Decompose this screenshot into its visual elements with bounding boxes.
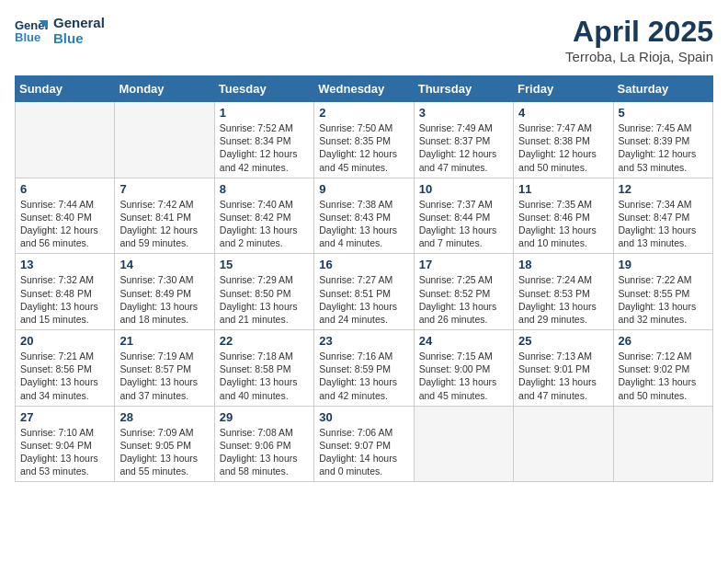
day-detail: Sunrise: 7:10 AMSunset: 9:04 PMDaylight:… xyxy=(20,426,109,478)
day-detail: Sunrise: 7:34 AMSunset: 8:47 PMDaylight:… xyxy=(619,198,708,250)
day-number: 19 xyxy=(619,258,708,271)
day-number: 11 xyxy=(518,182,608,196)
day-number: 9 xyxy=(319,182,408,196)
day-number: 13 xyxy=(20,258,109,271)
calendar-week-3: 13Sunrise: 7:32 AMSunset: 8:48 PMDayligh… xyxy=(16,254,713,330)
day-number: 28 xyxy=(119,410,209,424)
calendar-cell: 9Sunrise: 7:38 AMSunset: 8:43 PMDaylight… xyxy=(314,178,414,254)
day-detail: Sunrise: 7:25 AMSunset: 8:52 PMDaylight:… xyxy=(419,273,508,326)
day-detail: Sunrise: 7:06 AMSunset: 9:07 PMDaylight:… xyxy=(319,426,408,478)
svg-text:Blue: Blue xyxy=(15,30,40,44)
day-number: 8 xyxy=(220,182,309,196)
col-header-sunday: Sunday xyxy=(16,76,115,102)
day-detail: Sunrise: 7:12 AMSunset: 9:02 PMDaylight:… xyxy=(619,350,708,402)
calendar-cell: 14Sunrise: 7:30 AMSunset: 8:49 PMDayligh… xyxy=(115,254,214,330)
day-detail: Sunrise: 7:15 AMSunset: 9:00 PMDaylight:… xyxy=(419,350,508,402)
day-detail: Sunrise: 7:24 AMSunset: 8:53 PMDaylight:… xyxy=(518,273,608,326)
col-header-thursday: Thursday xyxy=(414,76,513,102)
calendar-cell: 3Sunrise: 7:49 AMSunset: 8:37 PMDaylight… xyxy=(414,102,513,178)
day-number: 2 xyxy=(319,106,408,120)
calendar-cell: 12Sunrise: 7:34 AMSunset: 8:47 PMDayligh… xyxy=(613,178,712,254)
day-number: 25 xyxy=(518,334,608,348)
month-title: April 2025 xyxy=(565,15,713,49)
day-detail: Sunrise: 7:52 AMSunset: 8:34 PMDaylight:… xyxy=(220,121,309,174)
day-number: 5 xyxy=(619,106,708,120)
day-number: 3 xyxy=(419,106,508,120)
calendar-cell: 27Sunrise: 7:10 AMSunset: 9:04 PMDayligh… xyxy=(16,406,115,482)
day-detail: Sunrise: 7:19 AMSunset: 8:57 PMDaylight:… xyxy=(119,350,209,402)
day-detail: Sunrise: 7:32 AMSunset: 8:48 PMDaylight:… xyxy=(20,273,109,326)
calendar-cell: 11Sunrise: 7:35 AMSunset: 8:46 PMDayligh… xyxy=(514,178,613,254)
calendar-cell: 6Sunrise: 7:44 AMSunset: 8:40 PMDaylight… xyxy=(16,178,115,254)
calendar-week-2: 6Sunrise: 7:44 AMSunset: 8:40 PMDaylight… xyxy=(16,178,713,254)
calendar-cell: 16Sunrise: 7:27 AMSunset: 8:51 PMDayligh… xyxy=(314,254,414,330)
calendar-table: SundayMondayTuesdayWednesdayThursdayFrid… xyxy=(15,75,713,482)
col-header-friday: Friday xyxy=(514,76,613,102)
calendar-cell: 19Sunrise: 7:22 AMSunset: 8:55 PMDayligh… xyxy=(613,254,712,330)
day-detail: Sunrise: 7:29 AMSunset: 8:50 PMDaylight:… xyxy=(220,273,309,326)
calendar-cell: 5Sunrise: 7:45 AMSunset: 8:39 PMDaylight… xyxy=(613,102,712,178)
day-detail: Sunrise: 7:27 AMSunset: 8:51 PMDaylight:… xyxy=(319,273,408,326)
day-number: 12 xyxy=(619,182,708,196)
day-detail: Sunrise: 7:21 AMSunset: 8:56 PMDaylight:… xyxy=(20,350,109,402)
day-number: 27 xyxy=(20,410,109,424)
day-detail: Sunrise: 7:35 AMSunset: 8:46 PMDaylight:… xyxy=(518,198,608,250)
col-header-monday: Monday xyxy=(115,76,214,102)
calendar-cell: 7Sunrise: 7:42 AMSunset: 8:41 PMDaylight… xyxy=(115,178,214,254)
day-number: 1 xyxy=(220,106,309,120)
calendar-week-1: 1Sunrise: 7:52 AMSunset: 8:34 PMDaylight… xyxy=(16,102,713,178)
day-detail: Sunrise: 7:09 AMSunset: 9:05 PMDaylight:… xyxy=(119,426,209,478)
day-number: 20 xyxy=(20,334,109,348)
day-detail: Sunrise: 7:08 AMSunset: 9:06 PMDaylight:… xyxy=(220,426,309,478)
day-detail: Sunrise: 7:45 AMSunset: 8:39 PMDaylight:… xyxy=(619,121,708,174)
calendar-cell: 4Sunrise: 7:47 AMSunset: 8:38 PMDaylight… xyxy=(514,102,613,178)
day-number: 10 xyxy=(419,182,508,196)
calendar-cell xyxy=(414,406,513,482)
day-number: 29 xyxy=(220,410,309,424)
day-number: 7 xyxy=(119,182,209,196)
day-number: 15 xyxy=(220,258,309,271)
location: Terroba, La Rioja, Spain xyxy=(565,49,713,64)
calendar-cell: 10Sunrise: 7:37 AMSunset: 8:44 PMDayligh… xyxy=(414,178,513,254)
day-number: 18 xyxy=(518,258,608,271)
calendar-cell: 22Sunrise: 7:18 AMSunset: 8:58 PMDayligh… xyxy=(214,330,313,407)
day-number: 26 xyxy=(619,334,708,348)
day-number: 30 xyxy=(319,410,408,424)
day-detail: Sunrise: 7:42 AMSunset: 8:41 PMDaylight:… xyxy=(119,198,209,250)
calendar-cell: 1Sunrise: 7:52 AMSunset: 8:34 PMDaylight… xyxy=(214,102,313,178)
logo-blue: Blue xyxy=(53,30,105,46)
calendar-cell: 21Sunrise: 7:19 AMSunset: 8:57 PMDayligh… xyxy=(115,330,214,407)
calendar-cell: 23Sunrise: 7:16 AMSunset: 8:59 PMDayligh… xyxy=(314,330,414,407)
calendar-cell xyxy=(514,406,613,482)
col-header-tuesday: Tuesday xyxy=(214,76,313,102)
logo: General Blue General Blue xyxy=(15,15,105,46)
calendar-cell: 24Sunrise: 7:15 AMSunset: 9:00 PMDayligh… xyxy=(414,330,513,407)
page-header: General Blue General Blue April 2025 Ter… xyxy=(15,15,713,64)
day-detail: Sunrise: 7:16 AMSunset: 8:59 PMDaylight:… xyxy=(319,350,408,402)
calendar-body: 1Sunrise: 7:52 AMSunset: 8:34 PMDaylight… xyxy=(16,102,713,482)
calendar-cell: 30Sunrise: 7:06 AMSunset: 9:07 PMDayligh… xyxy=(314,406,414,482)
calendar-week-5: 27Sunrise: 7:10 AMSunset: 9:04 PMDayligh… xyxy=(16,406,713,482)
logo-icon: General Blue xyxy=(15,17,48,44)
col-header-saturday: Saturday xyxy=(613,76,712,102)
day-number: 24 xyxy=(419,334,508,348)
day-number: 22 xyxy=(220,334,309,348)
calendar-week-4: 20Sunrise: 7:21 AMSunset: 8:56 PMDayligh… xyxy=(16,330,713,407)
day-number: 17 xyxy=(419,258,508,271)
calendar-cell: 17Sunrise: 7:25 AMSunset: 8:52 PMDayligh… xyxy=(414,254,513,330)
day-detail: Sunrise: 7:40 AMSunset: 8:42 PMDaylight:… xyxy=(220,198,309,250)
day-detail: Sunrise: 7:22 AMSunset: 8:55 PMDaylight:… xyxy=(619,273,708,326)
day-detail: Sunrise: 7:18 AMSunset: 8:58 PMDaylight:… xyxy=(220,350,309,402)
day-detail: Sunrise: 7:47 AMSunset: 8:38 PMDaylight:… xyxy=(518,121,608,174)
day-detail: Sunrise: 7:30 AMSunset: 8:49 PMDaylight:… xyxy=(119,273,209,326)
day-number: 4 xyxy=(518,106,608,120)
calendar-cell: 25Sunrise: 7:13 AMSunset: 9:01 PMDayligh… xyxy=(514,330,613,407)
day-number: 14 xyxy=(119,258,209,271)
day-number: 16 xyxy=(319,258,408,271)
calendar-header-row: SundayMondayTuesdayWednesdayThursdayFrid… xyxy=(16,76,713,102)
col-header-wednesday: Wednesday xyxy=(314,76,414,102)
calendar-cell: 28Sunrise: 7:09 AMSunset: 9:05 PMDayligh… xyxy=(115,406,214,482)
day-detail: Sunrise: 7:44 AMSunset: 8:40 PMDaylight:… xyxy=(20,198,109,250)
calendar-cell xyxy=(16,102,115,178)
calendar-cell: 13Sunrise: 7:32 AMSunset: 8:48 PMDayligh… xyxy=(16,254,115,330)
